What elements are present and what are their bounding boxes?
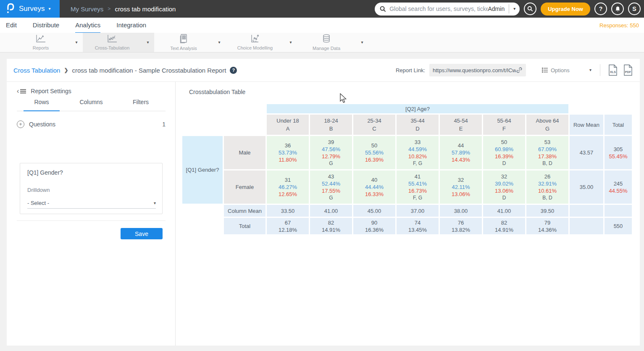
spacer-cell [224,104,265,113]
options-list-icon [542,68,548,73]
column-mean-cell: 33.50 [267,205,309,217]
toolbar-label: Cross-Tabulation [95,45,130,50]
grand-total-cell: 550 [605,218,632,234]
add-question-icon[interactable]: + [17,120,24,128]
help-button[interactable]: ? [594,3,607,15]
empty-blue-cell [605,205,632,217]
crosstab-cell: 5060.98%16.39%D [483,136,525,169]
row-label: Female [224,170,265,204]
current-survey-name: cross tab modification [115,5,176,13]
age-column-header: 35-44D [397,115,439,135]
responses-count: Responses: 550 [599,22,639,29]
column-mean-cell: 38.00 [440,205,482,217]
nav-integration[interactable]: Integration [116,21,146,33]
nav-analytics[interactable]: Analytics [75,21,100,33]
column-mean-cell: 41.00 [310,205,352,217]
notifications-button[interactable] [611,3,624,15]
crosstab-area: Crosstabulation Table [Q2] Age?Under 18A… [176,82,640,346]
spacer-cell [570,104,603,113]
save-button[interactable]: Save [121,228,163,239]
tab-rows[interactable]: Rows [17,99,66,111]
age-column-header: Above 64G [526,115,568,135]
cross-tabulation-link[interactable]: Cross Tabulation [13,67,60,74]
column-total-cell: 7413.45% [397,218,439,234]
column-group-header: [Q2] Age? [267,104,568,113]
settings-panel-title: Report Settings [31,88,71,94]
age-column-header: Under 18A [267,115,309,135]
report-title: cross tab modification - Sample Crosstab… [72,67,226,74]
nav-distribute[interactable]: Distribute [33,21,59,33]
drilldown-selected-value: - Select - [27,200,49,206]
toolbar-label: Text Analysis [170,46,197,51]
tab-filters[interactable]: Filters [116,99,166,111]
tab-columns[interactable]: Columns [66,99,116,111]
avatar[interactable]: S [628,3,641,15]
spacer-cell [182,115,223,135]
column-total-cell: 8214.91% [310,218,352,234]
nav-edit[interactable]: Edit [6,21,17,33]
report-help-icon[interactable]: ? [230,67,237,74]
survey-nav: Edit Distribute Analytics Integration Re… [0,18,644,33]
options-caret-icon: ▾ [589,68,591,72]
scatter-chart-icon [250,34,260,45]
total-column-header: Total [605,115,632,135]
crosstab-cell: 3146.27%12.65% [267,170,309,204]
column-total-cell: 6712.18% [267,218,309,234]
upgrade-now-button[interactable]: Upgrade Now [541,3,590,16]
search-input[interactable] [389,5,488,12]
empty-blue-cell [570,218,603,234]
age-column-header: 18-24B [310,115,352,135]
column-total-cell: 7613.82% [440,218,482,234]
crosstab-cell: 3947.56%12.79%G [310,136,352,169]
toolbar-text-analysis[interactable]: Text Analysis [154,33,213,52]
cross-tab-chart-icon [107,34,117,45]
toolbar-choice-modelling[interactable]: Choice Modelling [226,33,284,52]
report-url-input[interactable] [433,67,516,73]
questions-row: + Questions 1 [17,120,166,128]
toolbar-manage-data[interactable]: Manage Data [297,33,356,52]
drilldown-select[interactable]: - Select - ▾ [27,198,156,209]
product-caret-icon: ▾ [48,7,50,11]
toolbar-label: Choice Modelling [237,45,273,50]
spacer-cell [605,104,632,113]
toolbar-reports[interactable]: Reports [11,33,70,52]
options-dropdown[interactable]: Options ▾ [542,67,591,73]
report-header-row: Cross Tabulation ❯ cross tab modificatio… [7,59,640,82]
collapse-panel-icon[interactable]: ‹ [17,87,26,95]
admin-scope-label[interactable]: Admin [488,5,505,12]
age-column-header: 45-54E [440,115,482,135]
crosstab-cell: 2632.91%10.61%B, D [526,170,568,204]
questionpro-logo-icon [5,3,15,15]
crosstab-cell: 4457.89%14.43% [440,136,482,169]
product-switcher[interactable]: Surveys ▾ [0,0,60,18]
toolbar-manage-data-caret-icon[interactable]: ▾ [356,33,368,52]
toolbar-cross-tabulation[interactable]: Cross-Tabulation [83,33,142,52]
settings-tabs: Rows Columns Filters [17,99,166,111]
spacer-cell [182,205,223,217]
questions-count: 1 [162,121,166,128]
report-settings-panel: ‹ Report Settings Rows Columns Filters +… [7,82,176,346]
search-scope-caret-icon[interactable]: ▾ [513,7,515,11]
toolbar-reports-caret-icon[interactable]: ▾ [70,33,83,52]
toolbar-label: Manage Data [313,46,340,51]
row-mean-cell: 43.57 [570,136,603,169]
drilldown-label: Drilldown [27,187,50,193]
search-button[interactable] [524,3,536,15]
column-mean-label: Column Mean [224,205,265,217]
search-icon [380,6,386,12]
crosstab-cell: 3242.11%13.06% [440,170,482,204]
export-xls-button[interactable]: XLS [608,64,618,76]
top-breadcrumb: My Surveys > cross tab modification [71,5,176,13]
xls-label: XLS [610,71,616,73]
crosstab-cell: 4352.44%17.55%G [310,170,352,204]
crosstab-cell: 5055.56%16.39% [353,136,395,169]
toolbar-text-analysis-caret-icon[interactable]: ▾ [213,33,226,52]
product-name: Surveys [19,5,45,13]
toolbar-choice-modelling-caret-icon[interactable]: ▾ [284,33,297,52]
link-icon[interactable] [516,67,523,73]
crosstab-table: [Q2] Age?Under 18A18-24B25-34C35-44D45-5… [181,103,633,236]
my-surveys-link[interactable]: My Surveys [71,5,103,13]
export-pdf-button[interactable]: PDF [623,64,633,76]
column-mean-cell: 39.50 [526,205,568,217]
toolbar-cross-tabulation-caret-icon[interactable]: ▾ [142,33,154,52]
